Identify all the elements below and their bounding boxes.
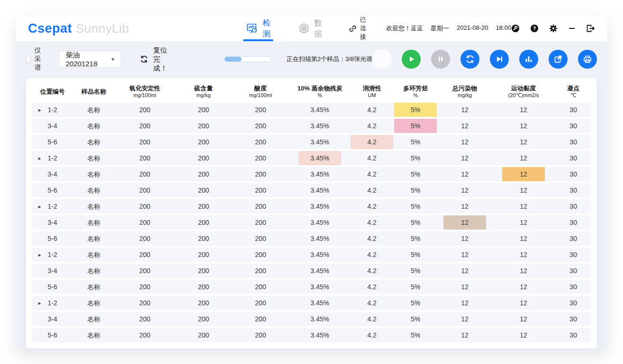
table-cell: 12 bbox=[438, 151, 491, 165]
table-cell: 3.45% bbox=[289, 183, 351, 197]
table-row[interactable]: ▸1-2名称2002002003.45%4.25%121230 bbox=[32, 103, 591, 117]
table-body: ▸1-2名称2002002003.45%4.25%1212303-4名称2002… bbox=[32, 103, 591, 342]
expand-caret-icon[interactable]: ▸ bbox=[38, 248, 41, 262]
table-cell: 30 bbox=[555, 119, 591, 133]
table-cell: 30 bbox=[555, 231, 591, 246]
expand-caret-icon[interactable]: ▸ bbox=[38, 296, 41, 310]
table-cell: 4.2 bbox=[351, 248, 393, 262]
settings-gear-icon[interactable] bbox=[549, 24, 558, 33]
expand-caret-icon[interactable]: ▸ bbox=[38, 103, 41, 117]
cell-value: 200 bbox=[139, 312, 150, 326]
highlighted-cell-value: 5% bbox=[394, 119, 437, 133]
checkbox-box-icon[interactable] bbox=[26, 56, 31, 63]
table-row[interactable]: ▸1-2名称2002002003.45%4.25%121230 bbox=[32, 296, 591, 310]
cell-value: 12 bbox=[520, 215, 527, 230]
table-cell: 3.45% bbox=[289, 167, 351, 181]
chart-button[interactable] bbox=[519, 50, 538, 69]
table-row[interactable]: 5-6名称2002002003.45%4.25%121230 bbox=[32, 183, 591, 197]
print-button[interactable] bbox=[578, 50, 597, 69]
expand-caret-icon[interactable]: ▸ bbox=[38, 151, 41, 165]
table-cell: 5% bbox=[393, 248, 438, 262]
tab-data[interactable]: 数据 bbox=[298, 16, 322, 41]
table-row[interactable]: ▸1-2名称2002002003.45%4.25%121230 bbox=[32, 151, 591, 165]
cell-value: 200 bbox=[198, 167, 209, 181]
cell-value: 200 bbox=[198, 199, 209, 213]
minimize-icon[interactable] bbox=[568, 24, 576, 33]
table-cell: 12 bbox=[438, 135, 491, 149]
help-circle-icon[interactable]: ? bbox=[530, 24, 539, 33]
table-row[interactable]: 5-6名称2002002003.45%4.25%121230 bbox=[32, 231, 591, 246]
reset-refresh-icon[interactable] bbox=[139, 54, 149, 64]
cell-value: 30 bbox=[569, 231, 577, 246]
cell-value: 12 bbox=[461, 151, 469, 165]
tab-detection[interactable]: 检测 bbox=[246, 16, 271, 41]
skip-button[interactable] bbox=[490, 50, 509, 69]
export-button[interactable] bbox=[549, 50, 568, 69]
column-label: 润滑性 bbox=[351, 85, 393, 92]
table-cell: 名称 bbox=[73, 135, 114, 149]
table-row[interactable]: 3-4名称2002002003.45%4.25%121230 bbox=[32, 264, 591, 278]
cell-value: 200 bbox=[255, 151, 266, 165]
pause-button[interactable] bbox=[431, 50, 450, 69]
rescan-button[interactable] bbox=[460, 50, 479, 69]
table-cell: 4.2 bbox=[351, 231, 393, 246]
table-cell: 200 bbox=[175, 183, 232, 197]
cell-value: 4.2 bbox=[367, 264, 376, 278]
results-table-card: 位置编号样品名称氧化安定性mg/100ml硫含量mg/kg酸度mg/100ml1… bbox=[26, 78, 597, 348]
cell-value: 200 bbox=[198, 296, 209, 310]
highlighted-cell-value: 3.45% bbox=[298, 151, 341, 165]
table-cell: 200 bbox=[175, 312, 232, 326]
expand-caret-icon[interactable]: ▸ bbox=[38, 199, 41, 213]
table-row[interactable]: 3-4名称2002002003.45%4.25%121230 bbox=[32, 215, 591, 230]
table-cell: 200 bbox=[115, 135, 175, 149]
table-row[interactable]: 5-6名称2002002003.45%4.25%121230 bbox=[32, 135, 591, 149]
table-cell: 5% bbox=[393, 312, 438, 326]
welcome-date: 2021-08-20 bbox=[457, 24, 488, 33]
app-window: Csepat SunnyLib 检测 bbox=[16, 16, 607, 348]
column-header: 润滑性UM bbox=[351, 85, 393, 99]
cell-value: 名称 bbox=[87, 167, 100, 181]
cell-value: 4.2 bbox=[367, 231, 376, 246]
spectrum-only-checkbox[interactable]: 仅采谱 bbox=[26, 46, 46, 72]
cell-value: 12 bbox=[461, 135, 469, 149]
table-cell: 3.45% bbox=[289, 280, 351, 294]
cell-value: 12 bbox=[461, 103, 469, 117]
cell-value: 3.45% bbox=[310, 296, 329, 310]
logout-icon[interactable] bbox=[586, 24, 595, 33]
table-cell: 200 bbox=[175, 296, 232, 310]
table-cell: 200 bbox=[232, 312, 289, 326]
table-cell: 200 bbox=[175, 264, 232, 278]
table-cell: 200 bbox=[115, 167, 175, 181]
table-cell: 5% bbox=[393, 231, 438, 246]
table-cell: 3.45% bbox=[289, 312, 351, 326]
column-unit: mg/100ml bbox=[115, 92, 175, 99]
sample-select[interactable]: 柴油20201218 ▾ bbox=[59, 51, 122, 68]
table-cell: 3-4 bbox=[32, 264, 73, 278]
cell-value: 3.45% bbox=[310, 199, 329, 213]
tab-detection-label: 检测 bbox=[262, 18, 271, 39]
tool-circle-icon[interactable] bbox=[511, 24, 520, 33]
table-row[interactable]: ▸1-2名称2002002003.45%4.25%121230 bbox=[32, 248, 591, 262]
cell-value: 5% bbox=[411, 296, 420, 310]
table-row[interactable]: 3-4名称2002002003.45%4.25%121230 bbox=[32, 119, 591, 133]
start-button[interactable] bbox=[402, 50, 421, 69]
table-cell: 12 bbox=[492, 264, 556, 278]
table-row[interactable]: ▸1-2名称2002002003.45%4.25%121230 bbox=[32, 199, 591, 213]
table-cell: 200 bbox=[232, 199, 289, 213]
table-row[interactable]: 3-4名称2002002003.45%4.25%121230 bbox=[32, 312, 591, 326]
table-row[interactable]: 3-4名称2002002003.45%4.25%121230 bbox=[32, 167, 591, 181]
table-cell: 12 bbox=[438, 119, 491, 133]
white-circle-button[interactable] bbox=[372, 50, 391, 69]
table-cell: 5% bbox=[393, 167, 438, 181]
cell-value: 名称 bbox=[87, 264, 100, 278]
table-row[interactable]: 5-6名称2002002003.45%4.25%121230 bbox=[32, 280, 591, 294]
cell-value: 5-6 bbox=[48, 328, 57, 342]
cell-value: 200 bbox=[139, 231, 150, 246]
cell-value: 200 bbox=[255, 264, 266, 278]
cell-value: 4.2 bbox=[367, 183, 376, 197]
table-row[interactable]: 5-6名称2002002003.45%4.25%121230 bbox=[32, 328, 591, 342]
table-cell: 12 bbox=[492, 231, 556, 246]
cell-value: 12 bbox=[461, 312, 469, 326]
cell-value: 200 bbox=[139, 103, 150, 117]
progress-fill bbox=[225, 57, 242, 62]
